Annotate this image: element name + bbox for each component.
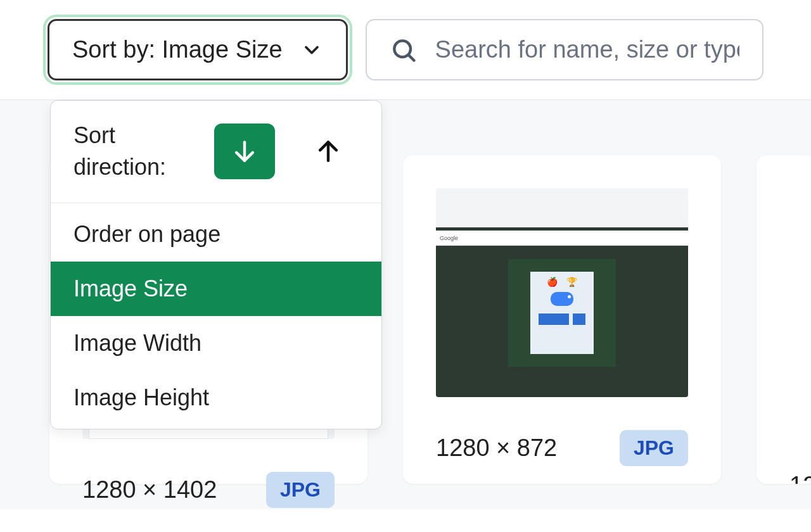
card-meta: 12 <box>757 472 811 484</box>
arrow-down-icon <box>231 135 259 168</box>
search-input[interactable] <box>435 36 739 63</box>
sort-direction-label: Sort direction: <box>73 120 191 184</box>
sort-direction-desc-button[interactable] <box>214 124 275 179</box>
dimensions-label: 1280 × 872 <box>436 434 557 462</box>
sort-option-image-width[interactable]: Image Width <box>51 316 381 370</box>
format-badge: JPG <box>620 430 688 466</box>
sort-dropdown: Sort direction: Order on page Image Size… <box>50 100 382 429</box>
thumbnail-area <box>757 155 811 472</box>
sort-option-order-on-page[interactable]: Order on page <box>51 207 381 262</box>
format-badge: JPG <box>266 472 335 508</box>
card-meta: 1280 × 872 JPG <box>403 430 721 490</box>
dimensions-label: 1280 × 1402 <box>82 476 217 504</box>
sort-options: Order on page Image Size Image Width Ima… <box>51 203 381 429</box>
search-icon <box>390 36 418 64</box>
sort-direction-asc-button[interactable] <box>298 124 359 179</box>
chevron-down-icon <box>300 39 323 61</box>
sort-by-label: Sort by: Image Size <box>72 36 283 63</box>
arrow-up-icon <box>314 135 342 168</box>
sort-direction-row: Sort direction: <box>51 101 381 203</box>
card-meta: 1280 × 1402 JPG <box>49 472 367 532</box>
thumbnail: Google 🍎🏆 <box>436 188 688 397</box>
dimensions-label: 12 <box>789 472 811 484</box>
thumbnail-area: Google 🍎🏆 <box>403 155 721 430</box>
sort-option-image-size[interactable]: Image Size <box>51 262 381 316</box>
svg-line-1 <box>408 54 414 60</box>
image-card[interactable]: 12 <box>757 155 811 484</box>
search-field[interactable] <box>366 19 763 80</box>
toolbar: Sort by: Image Size <box>0 0 811 100</box>
sort-by-button[interactable]: Sort by: Image Size <box>48 19 348 80</box>
sort-option-image-height[interactable]: Image Height <box>51 370 381 425</box>
image-card[interactable]: Google 🍎🏆 1280 × 872 JPG <box>403 155 721 484</box>
